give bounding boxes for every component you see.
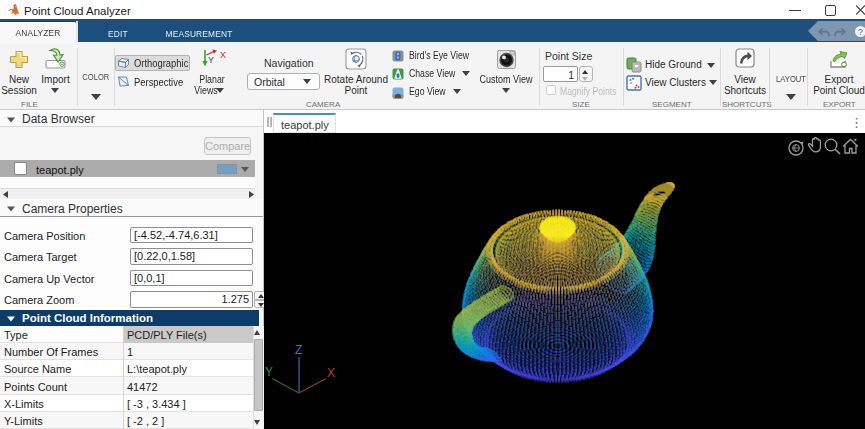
svg-text:X: X (327, 366, 335, 380)
svg-text:X: X (220, 50, 226, 60)
svg-text:Y: Y (208, 55, 214, 65)
svg-text:Y: Y (265, 365, 273, 379)
svg-text:Z: Z (295, 343, 302, 357)
svg-text:?: ? (858, 26, 863, 37)
